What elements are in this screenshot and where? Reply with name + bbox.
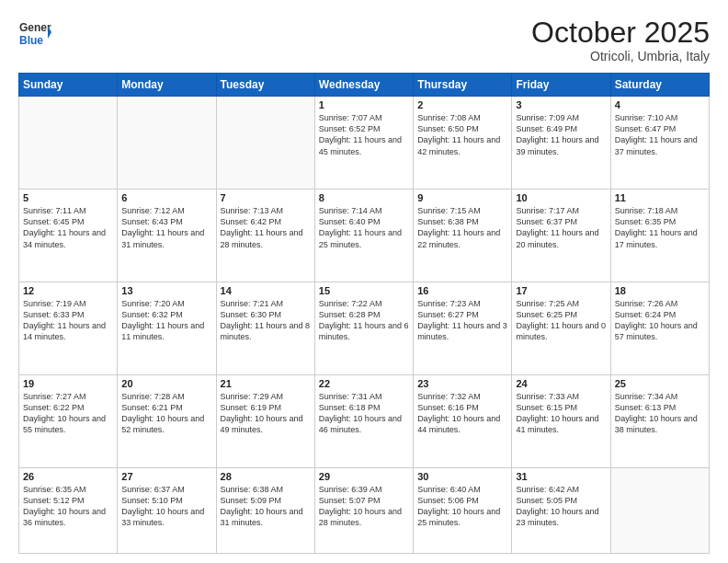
day-number: 19 [23, 378, 113, 389]
day-info: Sunrise: 7:17 AMSunset: 6:37 PMDaylight:… [516, 206, 598, 248]
svg-text:Blue: Blue [19, 34, 43, 47]
day-number: 8 [319, 192, 409, 203]
day-info: Sunrise: 7:25 AMSunset: 6:25 PMDaylight:… [516, 299, 606, 341]
table-row: 29 Sunrise: 6:39 AMSunset: 5:07 PMDaylig… [314, 467, 413, 553]
day-number: 15 [319, 285, 409, 296]
day-number: 28 [221, 471, 311, 482]
table-row: 27 Sunrise: 6:37 AMSunset: 5:10 PMDaylig… [118, 467, 216, 553]
day-info: Sunrise: 6:42 AMSunset: 5:05 PMDaylight:… [516, 485, 598, 527]
table-row: 31 Sunrise: 6:42 AMSunset: 5:05 PMDaylig… [512, 467, 610, 553]
day-info: Sunrise: 7:13 AMSunset: 6:42 PMDaylight:… [221, 206, 303, 248]
day-info: Sunrise: 6:40 AMSunset: 5:06 PMDaylight:… [417, 485, 500, 527]
col-friday: Friday [512, 74, 610, 97]
table-row: 17 Sunrise: 7:25 AMSunset: 6:25 PMDaylig… [512, 282, 610, 375]
table-row: 26 Sunrise: 6:35 AMSunset: 5:12 PMDaylig… [19, 467, 118, 553]
table-row: 28 Sunrise: 6:38 AMSunset: 5:09 PMDaylig… [216, 467, 314, 553]
logo-bird-icon: General Blue [18, 17, 51, 50]
calendar-week-row: 19 Sunrise: 7:27 AMSunset: 6:22 PMDaylig… [19, 374, 710, 467]
day-info: Sunrise: 7:28 AMSunset: 6:21 PMDaylight:… [121, 392, 204, 434]
table-row: 20 Sunrise: 7:28 AMSunset: 6:21 PMDaylig… [118, 374, 216, 467]
day-number: 31 [516, 471, 606, 482]
table-row: 30 Sunrise: 6:40 AMSunset: 5:06 PMDaylig… [414, 467, 512, 553]
table-row: 3 Sunrise: 7:09 AMSunset: 6:49 PMDayligh… [512, 97, 610, 190]
calendar-week-row: 26 Sunrise: 6:35 AMSunset: 5:12 PMDaylig… [19, 467, 710, 553]
day-info: Sunrise: 7:11 AMSunset: 6:45 PMDaylight:… [23, 206, 106, 248]
day-number: 26 [23, 471, 113, 482]
col-thursday: Thursday [414, 74, 512, 97]
calendar-week-row: 1 Sunrise: 7:07 AMSunset: 6:52 PMDayligh… [19, 97, 710, 190]
day-info: Sunrise: 6:35 AMSunset: 5:12 PMDaylight:… [23, 485, 106, 527]
table-row: 12 Sunrise: 7:19 AMSunset: 6:33 PMDaylig… [19, 282, 118, 375]
title-block: October 2025 Otricoli, Umbria, Italy [531, 17, 710, 63]
day-number: 24 [516, 378, 606, 389]
day-number: 25 [615, 378, 705, 389]
day-number: 18 [615, 285, 705, 296]
col-saturday: Saturday [610, 74, 709, 97]
logo: General Blue [18, 17, 51, 50]
month-title: October 2025 [531, 17, 710, 49]
table-row: 13 Sunrise: 7:20 AMSunset: 6:32 PMDaylig… [118, 282, 216, 375]
day-number: 3 [516, 99, 606, 110]
day-number: 1 [319, 99, 409, 110]
day-info: Sunrise: 7:10 AMSunset: 6:47 PMDaylight:… [615, 113, 698, 155]
day-info: Sunrise: 7:19 AMSunset: 6:33 PMDaylight:… [23, 299, 106, 341]
day-info: Sunrise: 6:37 AMSunset: 5:10 PMDaylight:… [121, 485, 204, 527]
day-number: 21 [221, 378, 311, 389]
day-number: 10 [516, 192, 606, 203]
table-row: 9 Sunrise: 7:15 AMSunset: 6:38 PMDayligh… [414, 190, 512, 282]
day-number: 6 [121, 192, 211, 203]
day-number: 17 [516, 285, 606, 296]
day-number: 7 [221, 192, 311, 203]
day-info: Sunrise: 7:08 AMSunset: 6:50 PMDaylight:… [417, 113, 500, 155]
calendar-table: Sunday Monday Tuesday Wednesday Thursday… [18, 73, 710, 554]
table-row: 18 Sunrise: 7:26 AMSunset: 6:24 PMDaylig… [610, 282, 709, 375]
calendar-body: 1 Sunrise: 7:07 AMSunset: 6:52 PMDayligh… [19, 97, 710, 554]
calendar-header-row: Sunday Monday Tuesday Wednesday Thursday… [19, 74, 710, 97]
day-number: 5 [23, 192, 113, 203]
day-number: 20 [121, 378, 211, 389]
table-row: 5 Sunrise: 7:11 AMSunset: 6:45 PMDayligh… [19, 190, 118, 282]
table-row: 7 Sunrise: 7:13 AMSunset: 6:42 PMDayligh… [216, 190, 314, 282]
table-row: 22 Sunrise: 7:31 AMSunset: 6:18 PMDaylig… [314, 374, 413, 467]
day-number: 23 [417, 378, 507, 389]
day-info: Sunrise: 7:09 AMSunset: 6:49 PMDaylight:… [516, 113, 598, 155]
day-info: Sunrise: 7:26 AMSunset: 6:24 PMDaylight:… [615, 299, 698, 341]
calendar-week-row: 12 Sunrise: 7:19 AMSunset: 6:33 PMDaylig… [19, 282, 710, 375]
day-number: 9 [417, 192, 507, 203]
table-row: 4 Sunrise: 7:10 AMSunset: 6:47 PMDayligh… [610, 97, 709, 190]
day-number: 14 [221, 285, 311, 296]
day-info: Sunrise: 7:27 AMSunset: 6:22 PMDaylight:… [23, 392, 106, 434]
table-row [610, 467, 709, 553]
table-row: 21 Sunrise: 7:29 AMSunset: 6:19 PMDaylig… [216, 374, 314, 467]
calendar-week-row: 5 Sunrise: 7:11 AMSunset: 6:45 PMDayligh… [19, 190, 710, 282]
day-info: Sunrise: 6:38 AMSunset: 5:09 PMDaylight:… [221, 485, 303, 527]
page: General Blue October 2025 Otricoli, Umbr… [0, 0, 728, 563]
table-row [118, 97, 216, 190]
table-row: 1 Sunrise: 7:07 AMSunset: 6:52 PMDayligh… [314, 97, 413, 190]
day-info: Sunrise: 7:21 AMSunset: 6:30 PMDaylight:… [221, 299, 311, 341]
day-number: 11 [615, 192, 705, 203]
table-row: 19 Sunrise: 7:27 AMSunset: 6:22 PMDaylig… [19, 374, 118, 467]
col-sunday: Sunday [19, 74, 118, 97]
day-number: 13 [121, 285, 211, 296]
day-info: Sunrise: 7:34 AMSunset: 6:13 PMDaylight:… [615, 392, 698, 434]
table-row: 11 Sunrise: 7:18 AMSunset: 6:35 PMDaylig… [610, 190, 709, 282]
day-number: 27 [121, 471, 211, 482]
day-number: 16 [417, 285, 507, 296]
day-info: Sunrise: 7:15 AMSunset: 6:38 PMDaylight:… [417, 206, 500, 248]
table-row: 10 Sunrise: 7:17 AMSunset: 6:37 PMDaylig… [512, 190, 610, 282]
day-info: Sunrise: 7:29 AMSunset: 6:19 PMDaylight:… [221, 392, 303, 434]
col-monday: Monday [118, 74, 216, 97]
table-row: 15 Sunrise: 7:22 AMSunset: 6:28 PMDaylig… [314, 282, 413, 375]
table-row: 8 Sunrise: 7:14 AMSunset: 6:40 PMDayligh… [314, 190, 413, 282]
header: General Blue October 2025 Otricoli, Umbr… [18, 17, 710, 63]
table-row: 25 Sunrise: 7:34 AMSunset: 6:13 PMDaylig… [610, 374, 709, 467]
day-number: 2 [417, 99, 507, 110]
day-info: Sunrise: 7:14 AMSunset: 6:40 PMDaylight:… [319, 206, 402, 248]
day-info: Sunrise: 7:23 AMSunset: 6:27 PMDaylight:… [417, 299, 507, 341]
table-row: 16 Sunrise: 7:23 AMSunset: 6:27 PMDaylig… [414, 282, 512, 375]
day-number: 30 [417, 471, 507, 482]
table-row: 2 Sunrise: 7:08 AMSunset: 6:50 PMDayligh… [414, 97, 512, 190]
day-info: Sunrise: 6:39 AMSunset: 5:07 PMDaylight:… [319, 485, 402, 527]
day-info: Sunrise: 7:31 AMSunset: 6:18 PMDaylight:… [319, 392, 402, 434]
